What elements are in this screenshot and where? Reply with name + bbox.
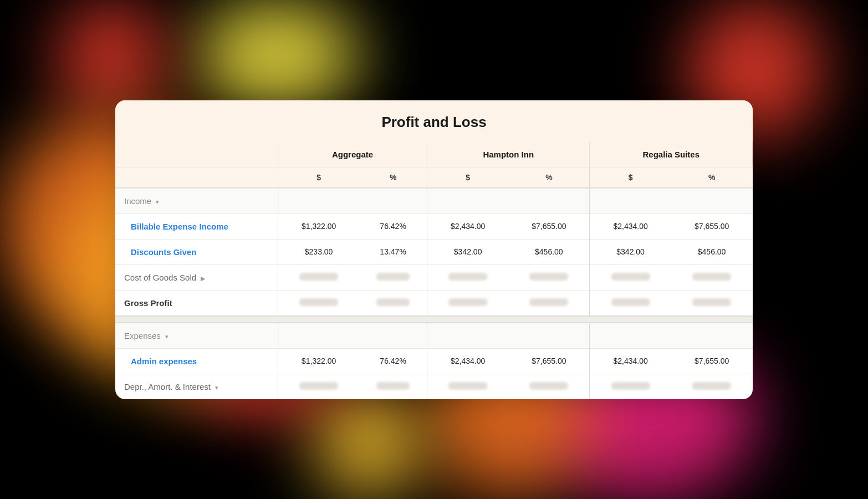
agg-pct-header: %	[359, 167, 427, 188]
profit-loss-table: Aggregate Hampton Inn Regalia Suites $ %…	[115, 142, 753, 399]
cogs-agg-dollar	[278, 264, 359, 290]
depr-chevron-icon: ▾	[215, 384, 218, 391]
card-header: Profit and Loss	[115, 100, 753, 142]
admin-agg-pct: 76.42%	[359, 348, 427, 374]
admin-expenses-label[interactable]: Admin expenses	[115, 348, 278, 374]
aggregate-header: Aggregate	[278, 142, 427, 167]
depr-hampton-pct	[508, 374, 590, 399]
depr-label[interactable]: Depr., Amort. & Interest ▾	[115, 374, 278, 399]
admin-hampton-pct: $7,655.00	[508, 348, 590, 374]
expenses-chevron-icon: ▾	[165, 333, 169, 340]
discounts-regalia-pct: $456.00	[671, 239, 753, 264]
admin-regalia-dollar: $2,434.00	[590, 348, 671, 374]
income-regalia-pct	[671, 188, 753, 214]
expenses-hampton-dollar	[427, 323, 509, 349]
profit-loss-card: Profit and Loss Aggregate Hampton Inn Re…	[115, 100, 753, 399]
income-section-row: Income ▾	[115, 188, 753, 214]
gross-profit-regalia-dollar	[590, 290, 671, 316]
income-agg-dollar	[278, 188, 359, 214]
billable-hampton-dollar: $2,434.00	[427, 213, 509, 239]
cogs-row: Cost of Goods Sold ▶	[115, 264, 753, 290]
cogs-hampton-dollar	[427, 264, 509, 290]
discounts-hampton-dollar: $342.00	[427, 239, 509, 264]
expenses-section-row: Expenses ▾	[115, 323, 753, 349]
discounts-hampton-pct: $456.00	[508, 239, 590, 264]
billable-expense-label[interactable]: Billable Expense Income	[115, 213, 278, 239]
section-separator	[115, 316, 753, 323]
page-title: Profit and Loss	[137, 114, 731, 142]
depr-agg-pct	[359, 374, 427, 399]
depr-row: Depr., Amort. & Interest ▾	[115, 374, 753, 399]
hampton-pct-header: %	[508, 167, 590, 188]
discounts-given-label[interactable]: Discounts Given	[115, 239, 278, 264]
cogs-label[interactable]: Cost of Goods Sold ▶	[115, 264, 278, 290]
gross-profit-row: Gross Profit	[115, 290, 753, 316]
billable-agg-pct: 76.42%	[359, 213, 427, 239]
depr-regalia-pct	[671, 374, 753, 399]
discounts-given-row: Discounts Given $233.00 13.47% $342.00 $…	[115, 239, 753, 264]
income-chevron-icon: ▾	[156, 198, 159, 206]
billable-agg-dollar: $1,322.00	[278, 213, 359, 239]
sub-header-row: $ % $ % $ %	[115, 167, 753, 188]
gross-profit-hampton-pct	[508, 290, 590, 316]
billable-expense-row: Billable Expense Income $1,322.00 76.42%…	[115, 213, 753, 239]
expenses-regalia-dollar	[590, 323, 671, 349]
cogs-arrow-icon: ▶	[201, 275, 205, 282]
expenses-hampton-pct	[508, 323, 590, 349]
cogs-agg-pct	[359, 264, 427, 290]
gross-profit-agg-pct	[359, 290, 427, 316]
income-label: Income ▾	[115, 188, 278, 214]
income-hampton-dollar	[427, 188, 509, 214]
billable-hampton-pct: $7,655.00	[508, 213, 590, 239]
income-regalia-dollar	[590, 188, 671, 214]
expenses-label: Expenses ▾	[115, 323, 278, 349]
billable-regalia-pct: $7,655.00	[671, 213, 753, 239]
regalia-suites-header: Regalia Suites	[590, 142, 753, 167]
cogs-regalia-pct	[671, 264, 753, 290]
empty-header	[115, 142, 278, 167]
hampton-dollar-header: $	[427, 167, 509, 188]
income-agg-pct	[359, 188, 427, 214]
billable-regalia-dollar: $2,434.00	[590, 213, 671, 239]
discounts-agg-dollar: $233.00	[278, 239, 359, 264]
gross-profit-hampton-dollar	[427, 290, 509, 316]
discounts-regalia-dollar: $342.00	[590, 239, 671, 264]
hampton-inn-header: Hampton Inn	[427, 142, 590, 167]
empty-sub	[115, 167, 278, 188]
expenses-agg-dollar	[278, 323, 359, 349]
regalia-dollar-header: $	[590, 167, 671, 188]
admin-regalia-pct: $7,655.00	[671, 348, 753, 374]
admin-hampton-dollar: $2,434.00	[427, 348, 509, 374]
depr-hampton-dollar	[427, 374, 509, 399]
gross-profit-agg-dollar	[278, 290, 359, 316]
cogs-regalia-dollar	[590, 264, 671, 290]
gross-profit-label: Gross Profit	[115, 290, 278, 316]
column-group-header: Aggregate Hampton Inn Regalia Suites	[115, 142, 753, 167]
income-hampton-pct	[508, 188, 590, 214]
discounts-agg-pct: 13.47%	[359, 239, 427, 264]
expenses-regalia-pct	[671, 323, 753, 349]
agg-dollar-header: $	[278, 167, 359, 188]
depr-regalia-dollar	[590, 374, 671, 399]
cogs-hampton-pct	[508, 264, 590, 290]
regalia-pct-header: %	[671, 167, 753, 188]
depr-agg-dollar	[278, 374, 359, 399]
gross-profit-regalia-pct	[671, 290, 753, 316]
admin-agg-dollar: $1,322.00	[278, 348, 359, 374]
admin-expenses-row: Admin expenses $1,322.00 76.42% $2,434.0…	[115, 348, 753, 374]
expenses-agg-pct	[359, 323, 427, 349]
